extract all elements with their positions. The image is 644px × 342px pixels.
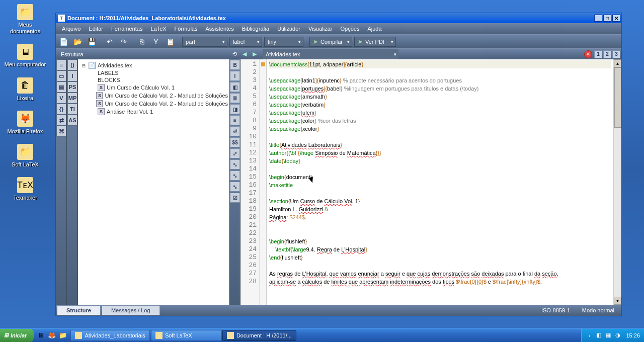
format-button[interactable]: ≣: [230, 93, 240, 103]
size-combo[interactable]: tiny: [264, 37, 303, 47]
format-button[interactable]: ⤡: [230, 182, 240, 192]
view-label: Ver PDF: [365, 39, 386, 45]
desktop-icon[interactable]: 📁Soft LaTeX: [3, 142, 48, 169]
structure-tree: ⊟📄Atividades.texLABELSBLOCKSSUm Curso de…: [78, 59, 229, 305]
tree-item[interactable]: SUm Curso de Cálculo Vol. 2 - Manual de …: [79, 92, 228, 100]
view-pdf-button[interactable]: ➤Ver PDF: [354, 37, 396, 47]
icon-label: Meus documentos: [4, 22, 46, 35]
titlebar[interactable]: T Document : H:/2011/Atividades_Laborato…: [56, 13, 621, 23]
menu-item[interactable]: Opções: [337, 25, 362, 33]
menu-item[interactable]: Ferramentas: [108, 25, 145, 33]
tray-icon-3[interactable]: ◑: [614, 332, 621, 339]
maximize-button[interactable]: □: [603, 15, 611, 22]
vertical-scrollbar[interactable]: ▲ ▼: [613, 59, 621, 305]
format-button[interactable]: $$: [230, 137, 240, 147]
redo-button[interactable]: ↷: [118, 36, 130, 47]
menu-item[interactable]: Editar: [86, 25, 106, 33]
taskbar-button[interactable]: Document : H:/2011/...: [222, 330, 296, 341]
tree-item[interactable]: SUm Curso de Cálculo Vol. 1: [79, 83, 228, 92]
menu-item[interactable]: Ajuda: [364, 25, 384, 33]
section-combo[interactable]: part: [182, 37, 227, 47]
strip-button[interactable]: MP: [67, 93, 77, 104]
show-desktop-icon[interactable]: 🖥: [36, 330, 46, 340]
save-file-button[interactable]: 💾: [86, 36, 98, 47]
menu-item[interactable]: Utilizador: [274, 25, 303, 33]
taskbar-button[interactable]: Soft LaTeX: [151, 330, 221, 341]
menu-item[interactable]: Arquivo: [59, 25, 84, 33]
strip-button[interactable]: I: [67, 70, 77, 81]
close-button[interactable]: ✕: [612, 15, 620, 22]
cut-button[interactable]: Y: [150, 36, 162, 47]
format-button[interactable]: B: [230, 60, 240, 70]
strip-button[interactable]: ▤: [56, 81, 66, 93]
desktop-icon[interactable]: 🗑Lixeira: [3, 76, 48, 103]
clock[interactable]: 15:26: [626, 332, 640, 338]
toggle-icon[interactable]: ⟲: [230, 50, 239, 59]
explorer-icon[interactable]: 📁: [58, 330, 68, 340]
format-button[interactable]: ⤢: [230, 148, 240, 158]
paste-button[interactable]: 📋: [164, 36, 176, 47]
format-button[interactable]: I: [230, 71, 240, 81]
strip-button[interactable]: ⌘: [56, 126, 66, 137]
strip-button[interactable]: TI: [67, 104, 77, 115]
format-button[interactable]: ⤡: [230, 159, 240, 169]
format-button[interactable]: ⏎: [230, 126, 240, 136]
code-area[interactable]: \documentclass[11pt, a4paper]{article}\u…: [267, 59, 613, 305]
view-switch-2[interactable]: 2: [603, 50, 611, 58]
strip-button[interactable]: (): [67, 59, 77, 70]
strip-button[interactable]: V: [56, 93, 66, 104]
tree-item[interactable]: SAnálise Real Vol. 1: [79, 108, 228, 116]
tray-expand-icon[interactable]: ‹: [586, 332, 593, 339]
strip-button[interactable]: PS: [67, 81, 77, 93]
menu-item[interactable]: Bibliografia: [239, 25, 272, 33]
menu-item[interactable]: Fórmulas: [172, 25, 201, 33]
undo-button[interactable]: ↶: [104, 36, 116, 47]
tree-toggle[interactable]: ⊟: [81, 62, 87, 69]
menubar: ArquivoEditarFerramentasLaTeXFórmulasAss…: [56, 23, 621, 34]
tree-item[interactable]: SUm Curso de Cálculo Vol. 2 - Manual de …: [79, 100, 228, 108]
tree-item[interactable]: ⊟📄Atividades.tex: [79, 61, 228, 69]
menu-item[interactable]: LaTeX: [147, 25, 169, 33]
tree-item[interactable]: BLOCKS: [79, 76, 228, 83]
view-switch-3[interactable]: 3: [612, 50, 620, 58]
strip-button[interactable]: ⇄: [56, 115, 66, 126]
prev-icon[interactable]: ◀: [240, 50, 249, 59]
icon-label: Soft LaTeX: [12, 161, 39, 168]
bottom-tab[interactable]: Structure: [57, 305, 101, 315]
new-file-button[interactable]: 📄: [57, 36, 69, 47]
format-button[interactable]: ⤡: [230, 170, 240, 181]
format-button[interactable]: ≡: [230, 115, 240, 125]
compile-button[interactable]: ➤Compilar: [309, 37, 352, 47]
file-tab-combo[interactable]: Atividades.tex: [263, 49, 398, 59]
scroll-thumb[interactable]: [614, 67, 621, 128]
menu-item[interactable]: Assistentes: [202, 25, 236, 33]
desktop-icon[interactable]: 🖥Meu computador: [3, 42, 48, 69]
next-icon[interactable]: ▶: [250, 50, 259, 59]
scroll-down-button[interactable]: ▼: [614, 297, 621, 305]
bottom-tab[interactable]: Messages / Log: [102, 305, 160, 315]
view-switch-1[interactable]: 1: [594, 50, 602, 58]
scroll-up-button[interactable]: ▲: [614, 59, 621, 67]
tree-item[interactable]: LABELS: [79, 69, 228, 76]
start-button[interactable]: ⊞Iniciar: [0, 329, 34, 342]
open-file-button[interactable]: 📂: [71, 36, 84, 47]
copy-button[interactable]: ⎘: [136, 36, 148, 47]
strip-button[interactable]: ≡: [56, 59, 66, 70]
taskbar-button[interactable]: Atividades_Laboratoriais: [70, 330, 149, 341]
tray-icon-2[interactable]: ▦: [605, 332, 612, 339]
close-tab-button[interactable]: ✕: [584, 50, 592, 58]
firefox-icon[interactable]: 🦊: [47, 330, 57, 340]
desktop-icon[interactable]: 🦊Mozilla Firefox: [3, 109, 48, 136]
desktop-icon[interactable]: 📁Meus documentos: [3, 3, 48, 36]
ref-combo[interactable]: label: [229, 37, 262, 47]
tray-icon-1[interactable]: ◧: [595, 332, 602, 339]
strip-button[interactable]: {}: [56, 104, 66, 115]
strip-button[interactable]: ▭: [56, 70, 66, 81]
strip-button[interactable]: AS: [67, 115, 77, 126]
minimize-button[interactable]: _: [594, 15, 602, 22]
desktop-icon[interactable]: TᴇXTexmaker: [3, 176, 48, 203]
menu-item[interactable]: Visualizar: [305, 25, 336, 33]
format-button[interactable]: ◧: [230, 82, 240, 92]
format-button[interactable]: ☑: [230, 193, 240, 203]
format-button[interactable]: ◨: [230, 104, 240, 114]
